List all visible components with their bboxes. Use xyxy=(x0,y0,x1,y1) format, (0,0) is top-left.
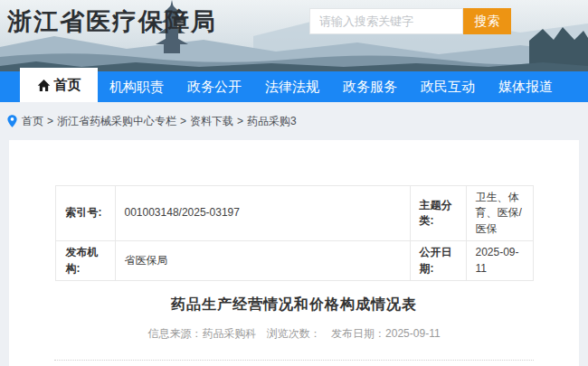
search-button[interactable]: 搜索 xyxy=(463,8,511,34)
table-row: 索引号: 001003148/2025-03197 主题分类: 卫生、体育、医保… xyxy=(55,186,533,241)
breadcrumb-item-procurement-center[interactable]: 浙江省药械采购中心专栏 xyxy=(57,114,176,129)
issuing-agency-value: 省医保局 xyxy=(115,241,410,281)
location-pin-icon xyxy=(7,115,17,127)
breadcrumb-item-downloads[interactable]: 资料下载 xyxy=(190,114,233,129)
main-nav: 首页 机构职责 政务公开 法律法规 政务服务 政民互动 媒体报道 xyxy=(0,71,588,102)
search-input[interactable] xyxy=(309,8,463,34)
issuing-agency-label: 发布机构: xyxy=(55,241,115,281)
breadcrumb-separator: > xyxy=(47,115,53,127)
nav-tab-home[interactable]: 首页 xyxy=(20,68,98,102)
topic-category-value: 卫生、体育、医保/医保 xyxy=(466,186,533,241)
meta-table: 索引号: 001003148/2025-03197 主题分类: 卫生、体育、医保… xyxy=(55,185,534,281)
home-icon xyxy=(37,79,51,92)
content-card: 索引号: 001003148/2025-03197 主题分类: 卫生、体育、医保… xyxy=(9,140,579,366)
nav-tab-gov-disclosure[interactable]: 政务公开 xyxy=(175,71,253,102)
publish-date-label: 公开日期: xyxy=(410,241,466,281)
article-title: 药品生产经营情况和价格构成情况表 xyxy=(9,296,579,314)
article-publish-date: 发布日期：2025-09-11 xyxy=(331,327,441,340)
site-title: 浙江省医疗保障局 xyxy=(7,5,217,38)
index-number-label: 索引号: xyxy=(55,186,115,241)
nav-tab-public-interaction[interactable]: 政民互动 xyxy=(409,71,487,102)
nav-tab-gov-services[interactable]: 政务服务 xyxy=(331,71,409,102)
breadcrumb: 首页 > 浙江省药械采购中心专栏 > 资料下载 > 药品采购3 xyxy=(0,102,588,140)
index-number-value: 001003148/2025-03197 xyxy=(115,186,410,241)
breadcrumb-separator: > xyxy=(237,115,243,127)
nav-tab-laws[interactable]: 法律法规 xyxy=(253,71,331,102)
article-views: 浏览次数： xyxy=(267,327,321,340)
nav-tab-duties[interactable]: 机构职责 xyxy=(98,71,175,102)
article-meta: 信息来源：药品采购科 浏览次数： 发布日期：2025-09-11 xyxy=(9,326,579,342)
publish-date-value: 2025-09-11 xyxy=(466,241,533,281)
dotted-divider xyxy=(54,360,534,361)
table-row: 发布机构: 省医保局 公开日期: 2025-09-11 xyxy=(55,241,533,281)
breadcrumb-item-home[interactable]: 首页 xyxy=(22,114,43,129)
breadcrumb-separator: > xyxy=(180,115,186,127)
nav-tab-label: 首页 xyxy=(54,77,81,94)
nav-tab-media[interactable]: 媒体报道 xyxy=(487,71,564,102)
site-header: 浙江省医疗保障局 搜索 xyxy=(0,0,588,71)
article-source: 信息来源：药品采购科 xyxy=(147,327,256,340)
topic-category-label: 主题分类: xyxy=(410,186,466,241)
breadcrumb-item-current: 药品采购3 xyxy=(247,114,297,129)
search-bar: 搜索 xyxy=(309,8,511,34)
